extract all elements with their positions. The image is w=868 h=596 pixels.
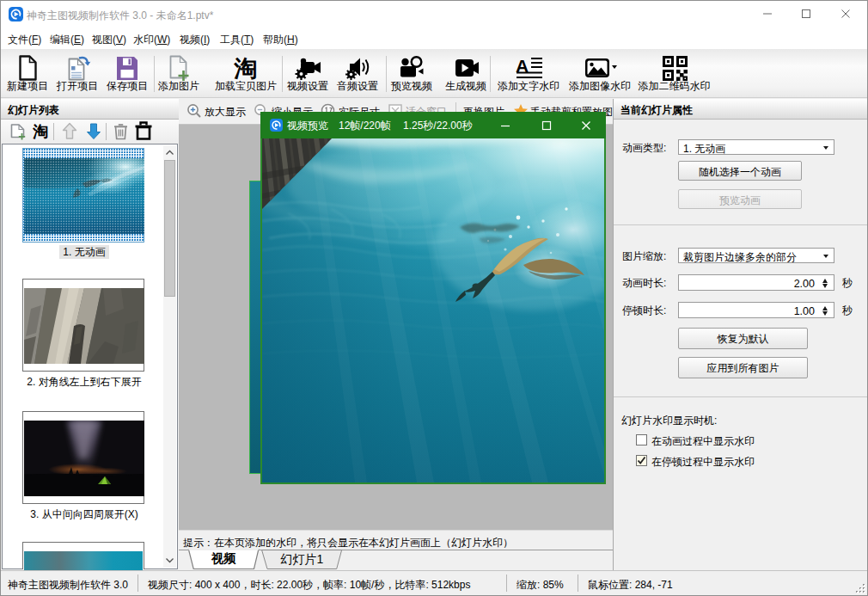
svg-text:淘: 淘 (234, 56, 258, 82)
svg-text:淘: 淘 (33, 123, 48, 140)
